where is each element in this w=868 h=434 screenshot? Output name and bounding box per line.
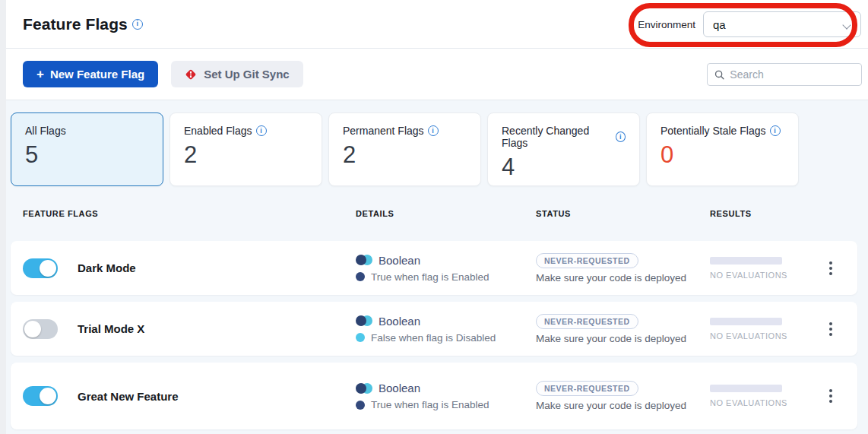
table-row: Dark Mode Boolean True when flag is Enab… (11, 241, 857, 295)
status-text: Make sure your code is deployed (536, 272, 686, 284)
flag-detail: True when flag is Enabled (371, 399, 489, 410)
boolean-type-icon (356, 255, 372, 265)
setup-git-sync-label: Set Up Git Sync (204, 68, 290, 81)
status-badge: NEVER-REQUESTED (536, 381, 638, 396)
stat-card-value: 5 (25, 141, 149, 169)
stat-card-label: All Flags (25, 125, 149, 137)
stat-card-permanent-flags[interactable]: Permanent Flags i 2 (328, 112, 481, 186)
value-dot-icon (356, 401, 365, 410)
column-header-feature-flags: FEATURE FLAGS (23, 209, 356, 218)
search-input[interactable] (730, 68, 854, 81)
results-bar (710, 257, 782, 265)
boolean-type-icon (356, 383, 372, 394)
row-menu-button[interactable] (825, 318, 837, 341)
table-row: Trial Mode X Boolean False when flag is … (11, 302, 857, 356)
results-label: NO EVALUATIONS (710, 331, 816, 341)
environment-select[interactable]: qa (703, 11, 861, 37)
stat-card-recently-changed-flags[interactable]: Recently Changed Flags i 4 (487, 112, 640, 186)
info-icon[interactable]: i (256, 125, 267, 136)
flag-name[interactable]: Dark Mode (78, 261, 136, 274)
flag-name[interactable]: Trial Mode X (78, 322, 144, 335)
stat-card-enabled-flags[interactable]: Enabled Flags i 2 (169, 112, 322, 186)
flag-toggle[interactable] (23, 258, 58, 278)
table-header: FEATURE FLAGS DETAILS STATUS RESULTS (11, 186, 857, 241)
feature-flags-page: Feature Flags i Environment qa + New Fea… (0, 0, 868, 434)
environment-selector-group: Environment qa (638, 0, 861, 49)
results-bar (710, 385, 782, 392)
status-badge: NEVER-REQUESTED (536, 253, 638, 268)
stat-cards: All Flags 5 Enabled Flags i 2 Permanent … (11, 112, 799, 186)
toolbar: + New Feature Flag Set Up Git Sync (6, 49, 868, 100)
flag-type: Boolean (379, 315, 420, 328)
stat-card-value: 2 (343, 141, 467, 169)
results-label: NO EVALUATIONS (710, 271, 816, 280)
column-header-results: RESULTS (710, 209, 816, 218)
stat-card-value: 4 (502, 154, 626, 181)
search-box[interactable] (707, 63, 862, 86)
flag-name[interactable]: Great New Feature (78, 390, 179, 403)
flag-detail: True when flag is Enabled (371, 271, 489, 283)
info-icon[interactable]: i (428, 125, 439, 136)
column-header-details: DETAILS (356, 209, 536, 218)
environment-label: Environment (638, 19, 695, 30)
plus-icon: + (36, 67, 44, 82)
page-title: Feature Flags (23, 15, 128, 33)
stat-card-value: 0 (661, 141, 784, 169)
value-dot-icon (356, 272, 365, 281)
left-edge-strip (0, 0, 6, 434)
stat-card-label: Enabled Flags i (184, 125, 308, 137)
status-text: Make sure your code is deployed (536, 333, 686, 344)
flag-toggle[interactable] (23, 386, 58, 406)
info-icon[interactable]: i (132, 19, 143, 30)
info-icon[interactable]: i (770, 125, 781, 136)
value-dot-icon (356, 333, 365, 342)
results-bar (710, 318, 782, 325)
flag-toggle[interactable] (23, 319, 58, 339)
column-header-status: STATUS (536, 209, 710, 218)
page-header: Feature Flags i Environment qa (6, 0, 868, 49)
setup-git-sync-button[interactable]: Set Up Git Sync (171, 61, 303, 87)
stat-card-label: Permanent Flags i (343, 125, 467, 137)
git-icon (185, 68, 197, 81)
stat-card-label: Recently Changed Flags i (502, 125, 626, 149)
status-badge: NEVER-REQUESTED (536, 314, 638, 329)
stat-card-potentially-stale-flags[interactable]: Potentially Stale Flags i 0 (646, 112, 799, 186)
row-menu-button[interactable] (825, 385, 837, 407)
stat-card-all-flags[interactable]: All Flags 5 (11, 112, 163, 186)
flag-type: Boolean (379, 254, 420, 267)
environment-selected-value: qa (713, 18, 726, 31)
search-icon (714, 69, 724, 81)
stat-card-label: Potentially Stale Flags i (661, 125, 784, 137)
new-feature-flag-button[interactable]: + New Feature Flag (23, 61, 158, 87)
info-icon[interactable]: i (616, 131, 626, 142)
results-label: NO EVALUATIONS (710, 398, 816, 407)
flag-detail: False when flag is Disabled (371, 332, 496, 344)
status-text: Make sure your code is deployed (536, 400, 686, 411)
feature-flag-list: Dark Mode Boolean True when flag is Enab… (11, 241, 857, 429)
table-row: Great New Feature Boolean True when flag… (11, 363, 857, 429)
row-menu-button[interactable] (825, 257, 837, 280)
chevron-down-icon (844, 21, 851, 28)
stat-card-value: 2 (184, 141, 308, 169)
flag-type: Boolean (379, 382, 420, 394)
new-feature-flag-label: New Feature Flag (50, 68, 144, 81)
boolean-type-icon (356, 315, 372, 326)
